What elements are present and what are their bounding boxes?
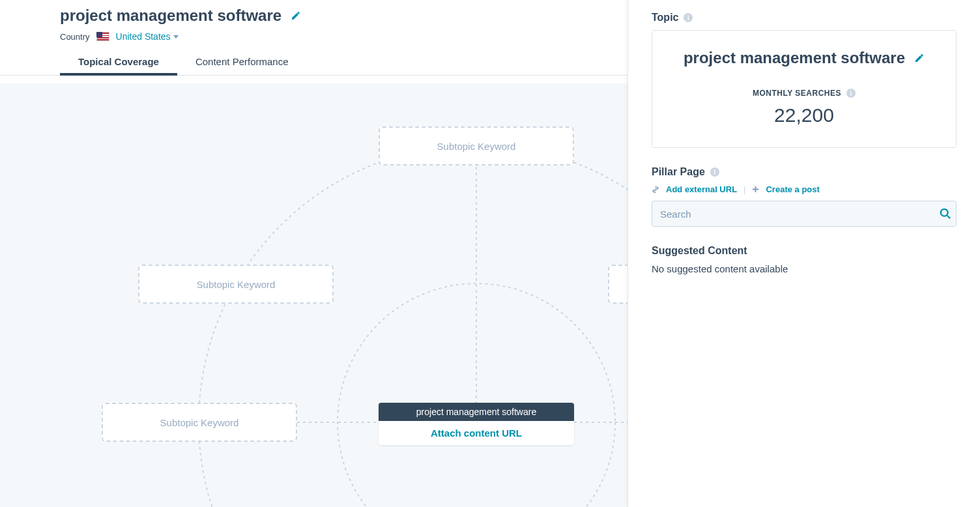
pillar-search-input[interactable] [652, 201, 957, 227]
monthly-searches-label: MONTHLY SEARCHES i [753, 89, 856, 98]
subtopic-placeholder: Subtopic Keyword [437, 141, 516, 152]
plus-icon [752, 186, 759, 193]
subtopic-node-4[interactable]: Subtopic Keyword [608, 265, 627, 304]
info-icon[interactable]: i [710, 167, 719, 177]
country-value-text: United States [116, 31, 171, 42]
main-area: project management software Country Unit… [0, 0, 980, 507]
pillar-page-label: Pillar Page i [652, 166, 957, 178]
side-panel: Topic i project management software MONT… [627, 0, 980, 507]
info-icon[interactable]: i [846, 89, 856, 98]
svg-point-4 [199, 145, 627, 507]
subtopic-placeholder: Subtopic Keyword [160, 417, 239, 428]
topic-cluster-canvas[interactable]: Subtopic Keyword Subtopic Keyword Subtop… [0, 83, 627, 507]
create-a-post[interactable]: Create a post [766, 184, 819, 194]
monthly-searches-value: 22,200 [665, 104, 943, 126]
svg-line-6 [947, 216, 951, 219]
tab-topical-coverage[interactable]: Topical Coverage [60, 51, 177, 75]
separator: | [743, 184, 745, 194]
suggested-content-heading: Suggested Content [652, 245, 957, 257]
link-icon [652, 186, 659, 194]
page-title: project management software [60, 7, 281, 25]
monthly-label-text: MONTHLY SEARCHES [753, 89, 841, 98]
info-icon[interactable]: i [684, 13, 693, 22]
pillar-search-wrap [652, 201, 957, 227]
svg-point-3 [338, 283, 615, 507]
topic-section-label: Topic i [652, 12, 957, 23]
chevron-down-icon [173, 35, 179, 38]
pillar-label-text: Pillar Page [652, 166, 705, 178]
suggested-content-empty: No suggested content available [652, 263, 957, 274]
country-dropdown[interactable]: United States [116, 31, 179, 42]
subtopic-node-1[interactable]: Subtopic Keyword [379, 126, 574, 166]
svg-point-5 [941, 209, 948, 216]
subtopic-placeholder: Subtopic Keyword [197, 279, 276, 290]
search-icon[interactable] [940, 208, 951, 220]
topic-title-row: project management software [665, 49, 943, 67]
us-flag-icon [96, 32, 109, 41]
topic-label-text: Topic [652, 12, 678, 23]
topic-card-title: project management software [684, 49, 905, 67]
add-external-url[interactable]: Add external URL [666, 184, 737, 194]
pencil-icon[interactable] [291, 10, 301, 21]
pencil-icon[interactable] [914, 53, 925, 63]
tab-content-performance[interactable]: Content Performance [177, 51, 307, 75]
subtopic-node-3[interactable]: Subtopic Keyword [102, 403, 297, 442]
attach-content-url-button[interactable]: Attach content URL [379, 421, 574, 445]
country-label: Country [60, 32, 90, 42]
center-topic-node: project management software Attach conte… [379, 403, 574, 445]
pillar-actions: Add external URL | Create a post [652, 184, 957, 194]
subtopic-node-2[interactable]: Subtopic Keyword [138, 265, 334, 304]
topic-card: project management software MONTHLY SEAR… [652, 30, 957, 148]
center-topic-title: project management software [379, 403, 574, 421]
